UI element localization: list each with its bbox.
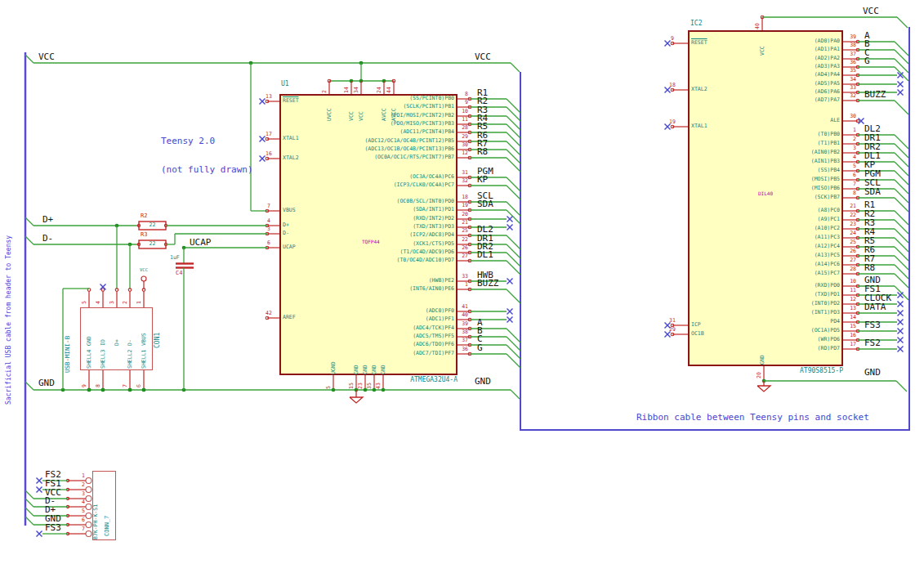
ic2-pin-36-name: (AD3)PA3 (709, 64, 840, 69)
u1-pin-36-name: (ADC7/TDI)PF7 (324, 351, 454, 356)
c4-value: 1uF (170, 255, 180, 261)
u1-pin-20-number: 20 (452, 212, 468, 217)
net-label-r8: R8 (864, 263, 875, 273)
ic2-pin-39-name: (AD0)PA0 (709, 38, 840, 44)
conn7-value: B7K-PH-K-S1 (92, 472, 100, 539)
net-label-g: G (477, 343, 483, 353)
ic2-reference: IC2 (690, 20, 702, 27)
u1-pin-2-number: 2 (321, 81, 328, 93)
ic2-pin-12-name: (INT0)PD2 (709, 301, 840, 307)
u1-pin-5-number: 5 (325, 377, 333, 389)
conn7-pin-4-number: 4 (74, 499, 85, 505)
ic2-pin-21-name: (A8)PC0 (709, 208, 840, 213)
u1-pin-6-name: UCAP (283, 244, 296, 250)
u1-pin-29-number: 29 (452, 134, 468, 140)
ic2-pin-20-name: GND (759, 341, 766, 365)
r3-value: 22 (139, 241, 166, 247)
ic2-pin-29-name: OC1B (691, 331, 704, 337)
ic2-pin-26-number: 26 (840, 248, 856, 254)
ic2-pin-25-name: (A12)PC4 (709, 244, 840, 249)
u1-pin-31-name: (OC3A/OC4A)PC6 (324, 174, 454, 180)
net-label-dl1: DL1 (477, 250, 493, 260)
ic2-pin-2-name: (T1)PB1 (709, 141, 840, 146)
ic2-pin-38-name: (AD1)PA1 (709, 47, 840, 52)
ic2-pin-38-number: 38 (840, 43, 856, 48)
u1-pin-17-number: 17 (261, 132, 276, 137)
u1-pin-18-name: (OC0B/SCL/INT0)PD0 (324, 199, 454, 204)
u1-pin-15-number: 15 (348, 377, 355, 389)
u1-pin-1-number: 1 (452, 282, 468, 288)
net-label-data: DATA (864, 302, 886, 312)
u1-pin-31-number: 31 (452, 170, 468, 176)
ic2-pin-15-name: (OC1A)PD5 (709, 328, 840, 333)
ic2-pin-3-name: (AIN0)PB2 (709, 150, 840, 155)
u1-pin-33-name: (HWB)PE2 (324, 278, 454, 284)
net-label-gnd-mid: GND (475, 377, 491, 387)
ic2-pin-31-number: 31 (665, 318, 680, 324)
u1-pin-9-number: 9 (452, 100, 468, 105)
net-label-dplus: D+ (42, 215, 53, 225)
ic2-pin-5-number: 5 (840, 163, 856, 169)
ic2-pin-30-name: ALE (709, 118, 840, 123)
u1-pin-39-number: 39 (452, 321, 468, 327)
u1-pin-40-name: (ADC1)PF1 (324, 316, 454, 322)
u1-pin-28-name: (ADC11/PCINT4)PB4 (324, 129, 454, 135)
con1-reference: CON1 (154, 309, 161, 348)
con1-pin-1-number: 1 (136, 292, 143, 304)
u1-pin-44-number: 44 (386, 81, 393, 93)
ic2-pin-6-name: (MOSI)PB5 (709, 177, 840, 182)
ic2-pin-35-number: 35 (840, 68, 856, 74)
ic2-pin-3-number: 3 (840, 145, 856, 151)
u1-reference: U1 (281, 81, 289, 87)
ic2-pin-28-number: 28 (840, 266, 856, 272)
ic2-pin-9-name: RESET (691, 40, 708, 46)
con1-pin-6-name: SHELL1 (141, 329, 148, 369)
u1-pin-22-name: (XCK1/CTS)PD5 (324, 241, 454, 247)
con1-pin-5-number: 5 (81, 292, 88, 304)
ic2-pin-8-name: (SCK)PB7 (709, 195, 840, 200)
u1-pin-4-name: D+ (283, 222, 289, 228)
u1-pin-22-number: 22 (452, 237, 468, 243)
ic2-value: AT90S8515-P (737, 368, 843, 374)
u1-pin-32-number: 32 (452, 178, 468, 184)
u1-pin-10-number: 10 (452, 109, 468, 114)
ic2-pin-33-name: (AD6)PA6 (709, 89, 840, 95)
ic2-pin-14-name: PD4 (709, 319, 840, 325)
conn7-pin-1-number: 1 (74, 473, 85, 479)
ic2-pin-1-number: 1 (840, 128, 856, 133)
ic2-pin-28-name: (A15)PC7 (709, 271, 840, 276)
u1-pin-32-name: (ICP3/CLK0/OC4A)PC7 (324, 182, 454, 188)
u1-pin-37-name: (ADC6/TDO)PF6 (324, 342, 454, 347)
ic2-pin-19-number: 19 (665, 119, 680, 125)
u1-pin-26-number: 26 (452, 245, 468, 251)
u1-pin-7-name: VBUS (283, 208, 296, 213)
u1-pin-19-number: 19 (452, 203, 468, 208)
ic2-pin-29-number: 29 (665, 327, 680, 333)
ic2-pin-17-name: (RD)PD7 (709, 346, 840, 351)
u1-pin-42-number: 42 (261, 311, 276, 316)
u1-pin-12-number: 12 (452, 150, 468, 156)
ic2-pin-5-name: (SS)PB4 (709, 168, 840, 173)
ic2-pin-18-number: 18 (665, 83, 680, 88)
ic2-pin-11-number: 11 (840, 288, 856, 293)
ic2-pin-8-number: 8 (840, 190, 856, 196)
ic2-pin-27-number: 27 (840, 257, 856, 263)
u1-pin-36-number: 36 (452, 347, 468, 352)
note-ribbon-cable: Ribbon cable between Teensy pins and soc… (636, 413, 869, 423)
r3-reference: R3 (141, 232, 147, 238)
con1-pin-7-number: 7 (122, 375, 129, 387)
u1-pin-12-name: (OC0A/OC1C/RTS/PCINT7)PB7 (324, 154, 454, 160)
u1-pin-10-name: (PDI/MOSI/PCINT2)PB2 (324, 113, 454, 119)
net-label-g: G (864, 56, 870, 66)
ic2-pin-22-number: 22 (840, 213, 856, 218)
ic2-pin-26-name: (A13)PC5 (709, 253, 840, 258)
ic2-pin-33-number: 33 (840, 85, 856, 91)
ic2-pin-17-number: 17 (840, 342, 856, 347)
ic2-pin-19-name: XTAL1 (691, 123, 708, 129)
ic2-pin-14-number: 14 (840, 315, 856, 320)
ic2-pin-35-name: (AD4)PA4 (709, 72, 840, 78)
ic2-pin-24-name: (A11)PC3 (709, 235, 840, 240)
con1-pin-6-number: 6 (136, 375, 143, 387)
u1-pin-3-number: 3 (261, 226, 276, 232)
u1-pin-40-number: 40 (452, 312, 468, 318)
